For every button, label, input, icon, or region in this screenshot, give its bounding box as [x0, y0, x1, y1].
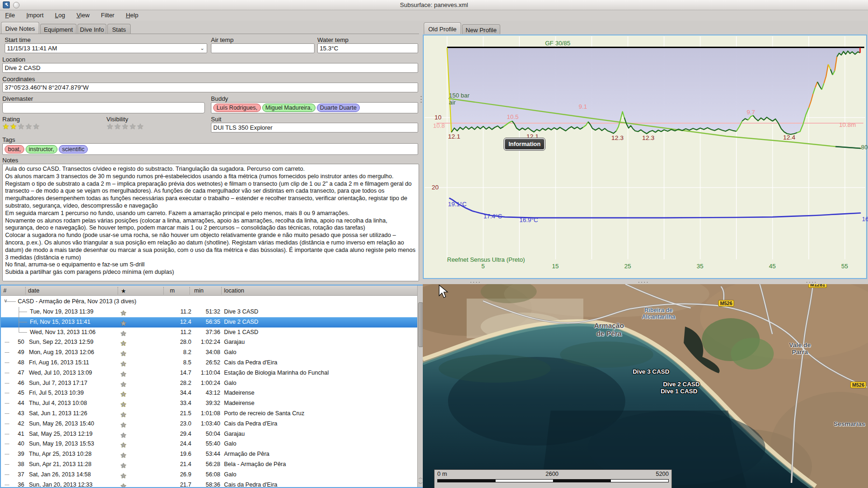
col-location[interactable]: location [224, 287, 244, 294]
mean-depth-left-label: 10.8 [433, 122, 445, 129]
dive-row[interactable]: 40Sun, May 19, 2013 15:53★★★★★24.455:40G… [1, 439, 417, 449]
horizontal-splitter[interactable] [423, 280, 868, 284]
tag-pill[interactable]: scientific [59, 145, 88, 153]
start-time-combo[interactable]: 11/15/13 11:41 AM⌄ [5, 43, 207, 53]
dive-row[interactable]: 43Sat, Jun 1, 2013 11:26★★★★★21.51:01:08… [1, 409, 417, 419]
water-temp-label: Water temp [317, 36, 349, 43]
pressure-end-label: 80 [861, 144, 868, 151]
information-tooltip[interactable]: Information [504, 138, 545, 150]
dive-marker-label-3: Dive 3 CASD [633, 368, 670, 375]
tag-pill[interactable]: Miguel Madureira, [262, 104, 315, 112]
town-label: Armação de Pêra [594, 321, 624, 337]
mean-depth-label: 10.8m [839, 121, 856, 128]
star-icon[interactable]: ★ [10, 122, 17, 131]
trip-group-row[interactable]: ∨ CASD - Armação de Pêra, Nov 2013 (3 di… [1, 297, 417, 307]
suit-field[interactable]: DUI TLS 350 Explorer [211, 123, 418, 132]
dive-row[interactable]: 36Sun, Jan 20, 2013 12:33★★★★★21.758:36C… [1, 480, 417, 488]
dive-row[interactable]: Tue, Nov 19, 2013 11:39★★★★★11.251:32Div… [1, 307, 417, 317]
dive-row[interactable]: 38Sun, Apr 21, 2013 11:28★★★★★21.456:28B… [1, 460, 417, 470]
tab-dive-notes[interactable]: Dive Notes [1, 22, 39, 34]
tab-equipment[interactable]: Equipment [40, 24, 77, 34]
dive-row[interactable]: 42Sun, May 26, 2013 15:40★★★★★23.01:03:4… [1, 419, 417, 429]
tag-pill[interactable]: boat, [5, 145, 24, 153]
notes-label: Notes [2, 157, 18, 164]
col-date[interactable]: date [28, 287, 39, 294]
dive-row[interactable]: 47Wed, Jul 10, 2013 13:09★★★★★14.71:10:0… [1, 368, 417, 378]
vale-de-parra-label: Vale de Parra [789, 342, 811, 356]
tab-old-profile[interactable]: Old Profile [424, 22, 461, 34]
divemaster-field[interactable] [2, 102, 205, 113]
vertical-splitter[interactable] [420, 21, 423, 282]
scale-end: 5200 [656, 471, 669, 477]
dive-row[interactable]: 46Sun, Jul 7, 2013 17:17★★★★★28.21:00:24… [1, 378, 417, 389]
col-duration[interactable]: min [194, 287, 203, 294]
star-icon[interactable]: ★ [106, 122, 114, 131]
dive-row[interactable]: 49Mon, Aug 19, 2013 12:06★★★★★8.234:08Ga… [1, 348, 417, 358]
dive-list-header[interactable]: # date ★ m min location [1, 286, 424, 296]
dive-list[interactable]: # date ★ m min location ∨ CASD - Armação… [0, 285, 425, 488]
air-temp-field[interactable] [211, 43, 315, 53]
visibility-stars[interactable]: ★★★★★ [106, 122, 144, 132]
tab-stats[interactable]: Stats [107, 24, 131, 34]
tab-dive-info[interactable]: Dive Info [77, 24, 106, 34]
star-icon[interactable]: ★ [25, 122, 33, 131]
dive-marker-label-1: Dive 1 CASD [661, 388, 698, 395]
star-icon[interactable]: ★ [18, 122, 25, 131]
star-icon[interactable]: ★ [2, 122, 10, 131]
menu-log[interactable]: Log [51, 10, 70, 21]
coordinates-field[interactable]: 37°05'23.460"N 8°20'47.879"W [2, 83, 418, 92]
tag-pill[interactable]: instructor, [26, 145, 57, 153]
rating-stars[interactable]: ★★★★★ [2, 122, 40, 132]
maxdepth-label-4: 12.3 [642, 134, 654, 141]
tab-new-profile[interactable]: New Profile [462, 24, 500, 34]
time-tick-5: 5 [476, 263, 490, 270]
dive-row[interactable]: 50Sun, Sep 22, 2013 12:59★★★★★28.01:02:2… [1, 337, 417, 348]
star-icon[interactable]: ★ [137, 122, 144, 131]
river-label: Ribeira de Alcantarilha [642, 307, 675, 320]
dive-row[interactable]: Wed, Nov 13, 2013 11:06★★★★★11.237:36Div… [1, 328, 417, 338]
star-icon[interactable]: ★ [122, 122, 129, 131]
menu-import[interactable]: Import [22, 10, 48, 21]
location-field[interactable]: Dive 2 CASD [2, 63, 418, 73]
dive-row[interactable]: 37Sat, Jan 26, 2013 14:58★★★★★26.956:08G… [1, 470, 417, 480]
scale-mid: 2600 [546, 471, 559, 477]
notes-textarea[interactable]: Aula do curso CASD. Transectos c/video e… [2, 164, 419, 281]
pressure-start-label: 150 bar [449, 92, 469, 99]
water-temp-field[interactable]: 15.3°C [317, 43, 418, 53]
tag-pill[interactable]: Duarte Duarte [317, 104, 360, 112]
tag-pill[interactable]: Luís Rodrigues, [213, 104, 261, 112]
map-scale-bar: 0 m 2600 5200 [434, 469, 672, 488]
buddy-label: Buddy [211, 95, 228, 102]
coordinates-label: Coordinates [2, 76, 35, 83]
time-tick-15: 15 [548, 263, 562, 270]
menu-filter[interactable]: Filter [97, 10, 119, 21]
star-icon[interactable]: ★ [114, 122, 121, 131]
expand-arrow-icon[interactable]: ∨ [4, 298, 7, 304]
time-tick-45: 45 [765, 263, 779, 270]
time-tick-55: 55 [838, 263, 852, 270]
col-number[interactable]: # [3, 287, 7, 294]
dive-site-map[interactable]: Armação de Pêra Ribeira de Alcantarilha … [423, 284, 868, 488]
col-rating[interactable]: ★ [121, 287, 126, 294]
title-bar[interactable]: Subsurface: paneves.xml [0, 0, 868, 10]
menu-bar: File Import Log View Filter Help [0, 10, 868, 21]
road-shield-m526-left: M526 [718, 300, 734, 307]
gas-label: air [449, 99, 455, 106]
dive-row[interactable]: 48Fri, Aug 16, 2013 15:11★★★★★8.526:52Ca… [1, 358, 417, 368]
dive-row[interactable]: 39Thu, Apr 25, 2013 10:28★★★★★19.653:44A… [1, 449, 417, 460]
dive-row[interactable]: 45Fri, Jul 5, 2013 10:39★★★★★34.443:12Ma… [1, 388, 417, 398]
menu-file[interactable]: File [1, 10, 19, 21]
tags-field[interactable]: boat,instructor,scientific [2, 143, 418, 155]
dive-row[interactable]: 44Thu, Jul 4, 2013 10:08★★★★★33.439:32Ma… [1, 398, 417, 409]
menu-help[interactable]: Help [122, 10, 143, 21]
temp-label-3: 16.9°C [519, 216, 538, 223]
sesmarias-label: Sesmarias [833, 420, 865, 427]
star-icon[interactable]: ★ [33, 122, 40, 131]
buddy-field[interactable]: Luís Rodrigues,Miguel Madureira,Duarte D… [211, 102, 418, 113]
dive-row[interactable]: 41Sat, May 25, 2013 12:19★★★★★29.450:04G… [1, 429, 417, 439]
menu-view[interactable]: View [72, 10, 94, 21]
dive-row[interactable]: Fri, Nov 15, 2013 11:41★★★★★12.456:35Div… [1, 317, 417, 328]
star-icon[interactable]: ★ [129, 122, 137, 131]
ceiling-label-1: 10.5 [507, 113, 518, 120]
col-depth[interactable]: m [170, 287, 175, 294]
